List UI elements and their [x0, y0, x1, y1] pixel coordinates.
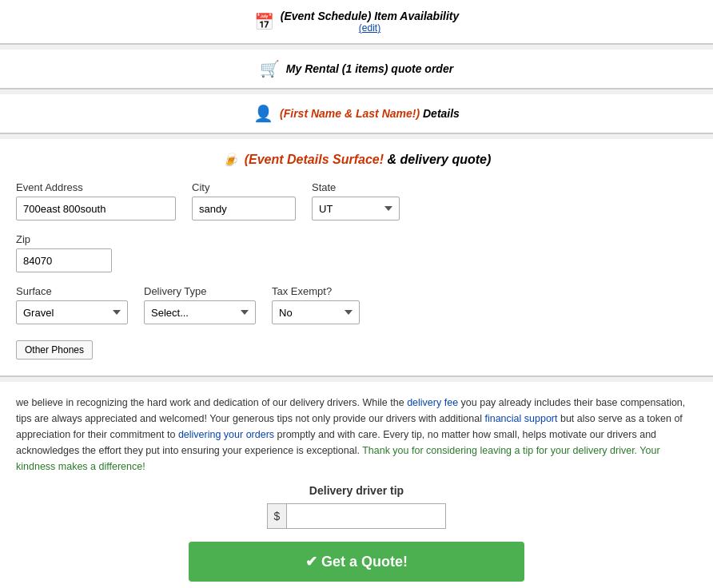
cart-icon: 🛒: [260, 59, 280, 78]
tip-input-row: $: [16, 503, 697, 529]
tax-exempt-group: Tax Exempt? No Yes: [272, 285, 360, 324]
delivery-type-select[interactable]: Select... Standard Express Pickup: [144, 300, 256, 324]
toast-icon: 🍺: [222, 152, 238, 167]
city-group: City: [192, 181, 296, 220]
surface-row: Surface Gravel Concrete Grass Asphalt Ot…: [16, 285, 697, 324]
event-details-title: 🍺 (Event Details Surface! & delivery quo…: [16, 152, 697, 167]
event-schedule-section: 📅 (Event Schedule) Item Availability (ed…: [0, 0, 713, 45]
my-rental-section: 🛒 My Rental (1 items) quote order: [0, 50, 713, 89]
tip-paragraph: we believe in recognizing the hard work …: [16, 395, 697, 475]
event-address-group: Event Address: [16, 181, 176, 220]
event-schedule-prefix: (Event Schedule): [281, 10, 372, 22]
zip-group: Zip: [16, 233, 112, 272]
tip-input[interactable]: [286, 503, 446, 529]
event-address-label: Event Address: [16, 181, 176, 193]
edit-link[interactable]: (edit): [359, 22, 380, 34]
surface-label: Surface: [16, 285, 128, 297]
event-details-title-part2: & delivery quote): [387, 153, 491, 166]
delivery-type-label: Delivery Type: [144, 285, 256, 297]
customer-details-prefix: (First Name & Last Name!): [280, 107, 420, 120]
zip-row: Zip: [16, 233, 697, 272]
event-details-title-part1: (Event Details Surface!: [245, 153, 384, 166]
other-phones-button[interactable]: Other Phones: [16, 340, 93, 360]
state-label: State: [312, 181, 400, 193]
customer-details-section: 👤 (First Name & Last Name!) Details: [0, 94, 713, 134]
get-quote-label: Get a Quote!: [321, 554, 408, 570]
surface-group: Surface Gravel Concrete Grass Asphalt Ot…: [16, 285, 128, 324]
tip-text-1: we believe in recognizing the hard work …: [16, 397, 685, 472]
event-address-input[interactable]: [16, 197, 176, 220]
zip-input[interactable]: [16, 248, 112, 272]
customer-details-suffix: Details: [423, 107, 460, 120]
state-group: State UT CA NV AZ CO ID WA OR: [312, 181, 400, 220]
state-select[interactable]: UT CA NV AZ CO ID WA OR: [312, 197, 400, 220]
event-schedule-suffix: Item Availability: [374, 10, 459, 22]
my-rental-title: My Rental (1 items) quote order: [286, 62, 453, 75]
other-phones-row: Other Phones: [16, 337, 697, 360]
tip-section: we believe in recognizing the hard work …: [0, 382, 713, 588]
event-schedule-title-wrap: (Event Schedule) Item Availability (edit…: [281, 10, 460, 34]
city-input[interactable]: [192, 197, 296, 220]
tax-exempt-select[interactable]: No Yes: [272, 300, 360, 324]
tip-label: Delivery driver tip: [16, 484, 697, 497]
zip-label: Zip: [16, 233, 112, 245]
tax-exempt-label: Tax Exempt?: [272, 285, 360, 297]
checkmark-icon: ✔: [305, 554, 317, 570]
city-label: City: [192, 181, 296, 193]
calendar-icon: 📅: [254, 12, 274, 31]
surface-select[interactable]: Gravel Concrete Grass Asphalt Other: [16, 300, 128, 324]
delivery-type-group: Delivery Type Select... Standard Express…: [144, 285, 256, 324]
tip-dollar-sign: $: [267, 503, 287, 529]
get-quote-button[interactable]: ✔ Get a Quote!: [189, 542, 524, 582]
address-row: Event Address City State UT CA NV AZ CO …: [16, 181, 697, 220]
event-details-section: 🍺 (Event Details Surface! & delivery quo…: [0, 139, 713, 377]
person-icon: 👤: [253, 104, 273, 123]
